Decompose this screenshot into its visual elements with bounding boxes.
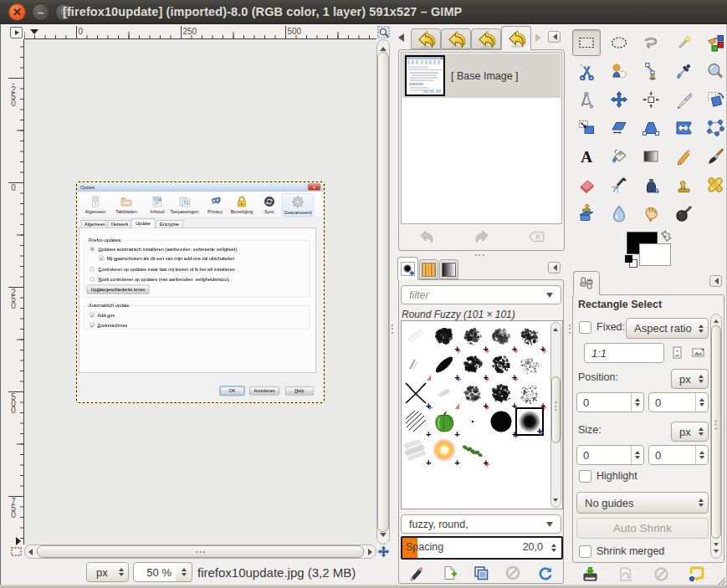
category-beveiliging[interactable]: Beveiliging <box>227 193 257 217</box>
tool-scissors-select[interactable] <box>572 58 601 84</box>
ok-button[interactable]: OK <box>220 386 244 396</box>
dock-splitter-grip[interactable] <box>470 253 489 257</box>
zoom-spinner[interactable] <box>176 562 192 582</box>
window-minimize-button[interactable]: – <box>32 3 49 21</box>
tool-heal[interactable] <box>701 171 727 198</box>
cancel-button[interactable]: Annuleren <box>249 386 279 396</box>
fixed-checkbox[interactable] <box>579 321 591 334</box>
brush-smoke[interactable]: + <box>403 437 432 466</box>
brush-confetti[interactable]: + <box>517 381 545 409</box>
guides-combo[interactable]: No guides <box>576 492 709 514</box>
tool-measure[interactable] <box>572 86 601 113</box>
brush-cell-01[interactable]: + <box>460 352 489 381</box>
window-close-button[interactable]: ✕ <box>8 3 26 21</box>
check-let-me-choose-radio[interactable] <box>90 267 95 272</box>
tool-flip[interactable] <box>669 115 698 141</box>
ratio-entry[interactable]: 1:1 <box>584 343 664 363</box>
auto-install-radio[interactable] <box>90 247 95 252</box>
zoom-entry[interactable]: 50 % <box>133 562 177 582</box>
brush-acrylic-04[interactable]: + <box>517 324 545 352</box>
brush-sparks[interactable]: + <box>432 437 460 466</box>
tool-gradient[interactable] <box>637 143 665 170</box>
brush-pixel[interactable] <box>460 409 489 437</box>
save-options-button[interactable] <box>572 565 608 583</box>
quick-mask-toggle-button[interactable] <box>8 545 24 559</box>
tool-fuzzy-select[interactable] <box>669 29 698 56</box>
tool-text[interactable]: A <box>572 143 601 170</box>
tool-paintbrush[interactable] <box>701 143 727 170</box>
brush-scroll-down[interactable] <box>553 499 558 504</box>
tool-ellipse-select[interactable] <box>605 29 633 56</box>
category-inhoud[interactable]: stInhoud <box>142 193 172 217</box>
tool-perspective[interactable] <box>637 115 665 141</box>
brush-acrylic-03[interactable]: + <box>489 324 517 352</box>
warn-addons-checkbox[interactable] <box>100 256 105 261</box>
horizontal-ruler[interactable]: 0250500 <box>24 26 376 39</box>
tool-options-scrollbar[interactable] <box>710 314 722 559</box>
tool-dodge-burn[interactable] <box>669 200 698 227</box>
brush-pepper[interactable]: + <box>432 409 460 437</box>
brush-chalk-01[interactable]: + <box>489 352 517 381</box>
tool-options-scroll-thumb[interactable] <box>711 325 721 539</box>
canvas-vertical-scrollbar[interactable] <box>376 39 390 545</box>
delete-options-button[interactable] <box>643 565 679 583</box>
category-tabbladen[interactable]: Tabbladen <box>111 193 141 217</box>
undo-dock-menu-button[interactable] <box>548 31 561 43</box>
background-color-swatch[interactable] <box>639 243 671 266</box>
h-scrollbar-right-arrow[interactable] <box>368 549 372 555</box>
window-resize-grip[interactable] <box>714 574 726 585</box>
brush-round[interactable]: + <box>489 409 517 437</box>
duplicate-brush-button[interactable] <box>465 565 497 581</box>
v-scrollbar-up-arrow[interactable] <box>380 43 387 51</box>
brush-scroll-up[interactable] <box>553 325 558 331</box>
ruler-corner-menu-button[interactable] <box>10 27 23 38</box>
size-width-input[interactable]: 0 <box>576 445 644 465</box>
canvas-dock-splitter-grip[interactable] <box>390 320 395 338</box>
undo-history-entry-base-image[interactable]: [ Base Image ] <box>402 54 561 98</box>
position-unit-combo[interactable]: px <box>671 369 709 389</box>
tool-select-by-color[interactable] <box>701 29 727 56</box>
tab-scroll-left-arrow[interactable] <box>398 33 404 42</box>
brush-tag-combo[interactable]: fuzzy, round, <box>401 514 561 534</box>
brush-vine[interactable]: + <box>460 437 489 466</box>
position-x-input[interactable]: 0 <box>576 392 644 412</box>
dialog-tab-undo-history-3[interactable] <box>471 28 501 49</box>
dialog-tab-undo-history-4[interactable] <box>501 26 531 50</box>
dialog-tab-undo-history-2[interactable] <box>441 28 471 49</box>
v-scrollbar-down-arrow[interactable] <box>380 533 387 540</box>
v-scrollbar-thumb[interactable] <box>377 52 389 532</box>
size-height-input[interactable]: 0 <box>648 445 709 465</box>
tab-scroll-right-arrow[interactable] <box>535 33 541 42</box>
tool-paths[interactable] <box>637 58 665 84</box>
brush-filter-input[interactable]: filter <box>401 285 561 304</box>
brush-bristles-01[interactable] <box>403 352 432 381</box>
navigation-button[interactable] <box>376 545 391 559</box>
undo-button[interactable] <box>399 228 454 246</box>
brush-hatch-pen[interactable]: + <box>403 409 432 437</box>
brush-tag-dropdown-arrow[interactable] <box>546 522 553 530</box>
brush-charcoal-01[interactable]: + <box>460 381 489 409</box>
brushes-dock-menu-button[interactable] <box>548 262 561 274</box>
zoom-follow-window-button[interactable] <box>377 26 391 39</box>
dialog-tab-update[interactable]: Update <box>131 218 155 228</box>
refresh-brushes-button[interactable] <box>530 565 561 581</box>
canvas-viewport[interactable]: Opties×AlgemeenTabbladenstInhoudToepassi… <box>24 39 376 545</box>
reset-options-button[interactable] <box>679 565 715 583</box>
tool-shear[interactable] <box>605 115 633 141</box>
category-privacy[interactable]: Privacy <box>200 193 230 217</box>
tool-cage-transform[interactable] <box>701 115 727 141</box>
never-check-radio[interactable] <box>90 277 95 282</box>
dock-dock-splitter-grip[interactable] <box>567 320 572 338</box>
category-sync[interactable]: Sync <box>254 193 284 217</box>
brush-round-fuzzy[interactable]: + <box>515 407 544 436</box>
spacing-spinner[interactable] <box>548 538 560 558</box>
restore-options-button[interactable] <box>608 565 644 583</box>
tool-perspective-clone[interactable] <box>572 200 601 227</box>
redo-button[interactable] <box>454 228 509 246</box>
tool-foreground-select[interactable] <box>605 58 633 84</box>
search-engines-checkbox[interactable] <box>90 323 95 328</box>
landscape-orientation-button[interactable] <box>689 344 707 361</box>
highlight-checkbox[interactable] <box>579 470 591 483</box>
tool-smudge[interactable] <box>637 200 665 227</box>
tool-bucket-fill[interactable] <box>605 143 633 170</box>
